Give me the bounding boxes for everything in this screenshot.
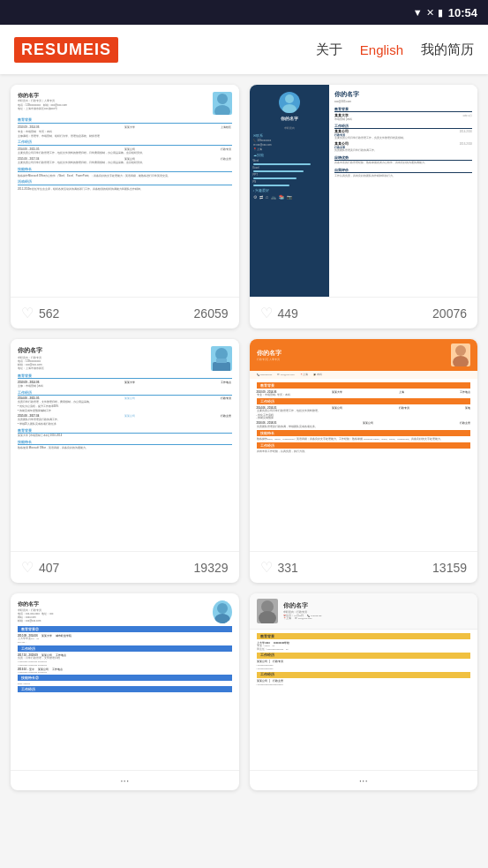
svg-point-3 — [282, 104, 297, 113]
like-count-2: 449 — [278, 306, 298, 321]
card-2-likes[interactable]: ♡ 449 — [260, 305, 298, 321]
svg-point-12 — [259, 611, 276, 623]
logo[interactable]: RESUMEIS — [14, 37, 118, 63]
resume-grid-row3: 你的名字 求职意向：行政专员 电话：xxx-xxx-xxxx 地址：xxx 网站… — [11, 593, 477, 790]
resume-preview-4: 你的名字 行政专员 | 人事专员 📞 139xxxxxxxx — [250, 339, 478, 551]
view-count-1: 26059 — [194, 306, 229, 321]
svg-point-2 — [285, 94, 294, 103]
nav-language[interactable]: English — [360, 42, 403, 57]
status-bar: ▼ ✕ ▮ 10:54 — [0, 0, 488, 25]
resume-card-3[interactable]: 你的名字 求职意向：行政专员 电话：139xxxxxxxx 邮箱：xxx@xxx… — [11, 339, 239, 583]
resume-card-4[interactable]: 你的名字 行政专员 | 人事专员 📞 139xxxxxxxx — [250, 339, 478, 583]
resume-card-5[interactable]: 你的名字 求职意向：行政专员 电话：xxx-xxx-xxxx 地址：xxx 网站… — [11, 593, 239, 790]
heart-icon-1: ♡ — [21, 305, 34, 321]
main-content: 你的名字 求职意向：行政专员｜人事专员 电话：139xxxxxxxx 邮箱：xx… — [0, 74, 488, 811]
resume-grid-row1: 你的名字 求职意向：行政专员｜人事专员 电话：139xxxxxxxx 邮箱：xx… — [11, 85, 477, 328]
resume-grid-row2: 你的名字 求职意向：行政专员 电话：139xxxxxxxx 邮箱：xxx@xxx… — [11, 339, 477, 583]
svg-point-8 — [453, 356, 469, 366]
status-time: 10:54 — [448, 6, 477, 19]
card-3-footer: ♡ 407 19329 — [11, 551, 239, 583]
card-3-likes[interactable]: ♡ 407 — [21, 559, 59, 576]
svg-point-1 — [214, 105, 230, 115]
resume-card-2[interactable]: 你的名字 求职意向 ✉ 联系 📞 139xxxxxxxx ✉ xxx@xxx.c… — [250, 85, 478, 328]
nav: 关于 English 我的简历 — [316, 42, 474, 58]
signal-icon: ✕ — [426, 7, 434, 19]
card-4-footer: ♡ 331 13159 — [250, 551, 478, 583]
like-count-4: 331 — [278, 561, 298, 575]
card-1-footer: ♡ 562 26059 — [11, 297, 239, 328]
svg-point-9 — [217, 603, 228, 614]
resume-preview-1: 你的名字 求职意向：行政专员｜人事专员 电话：139xxxxxxxx 邮箱：xx… — [11, 85, 239, 297]
resume-preview-3: 你的名字 求职意向：行政专员 电话：139xxxxxxxx 邮箱：xxx@xxx… — [11, 339, 239, 551]
heart-icon-2: ♡ — [260, 305, 273, 321]
heart-icon-3: ♡ — [21, 559, 34, 576]
svg-point-4 — [215, 348, 228, 360]
resume-card-6[interactable]: 你的名字 求职意向：行政专员 📅 生日：xx月xx日 📞 123456789 📍… — [250, 593, 478, 790]
card-1-likes[interactable]: ♡ 562 — [21, 305, 59, 321]
status-icons: ▼ ✕ ▮ — [413, 7, 443, 19]
nav-about[interactable]: 关于 — [316, 42, 342, 58]
like-count-1: 562 — [39, 306, 59, 321]
heart-icon-4: ♡ — [260, 559, 273, 576]
view-count-3: 19329 — [194, 561, 229, 575]
svg-rect-5 — [213, 362, 230, 371]
resume-card-1[interactable]: 你的名字 求职意向：行政专员｜人事专员 电话：139xxxxxxxx 邮箱：xx… — [11, 85, 239, 328]
view-count-2: 20076 — [432, 306, 467, 321]
svg-point-7 — [455, 345, 466, 356]
svg-point-0 — [217, 94, 228, 104]
header: RESUMEIS 关于 English 我的简历 — [0, 25, 488, 74]
svg-point-11 — [261, 600, 274, 613]
battery-icon: ▮ — [438, 7, 443, 19]
card-4-likes[interactable]: ♡ 331 — [260, 559, 298, 576]
card-2-footer: ♡ 449 20076 — [250, 297, 478, 328]
resume-preview-2: 你的名字 求职意向 ✉ 联系 📞 139xxxxxxxx ✉ xxx@xxx.c… — [250, 85, 478, 297]
svg-point-10 — [214, 614, 230, 623]
svg-rect-6 — [216, 359, 227, 363]
nav-my-resume[interactable]: 我的简历 — [421, 42, 474, 58]
wifi-icon: ▼ — [413, 7, 423, 18]
view-count-4: 13159 — [432, 561, 467, 575]
like-count-3: 407 — [39, 561, 59, 575]
